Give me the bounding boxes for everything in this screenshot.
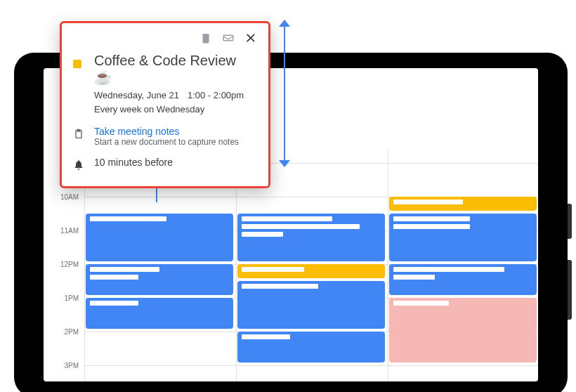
calendar-event[interactable] (237, 281, 385, 329)
resize-indicator-arrow (277, 20, 292, 167)
time-axis: 9AM 10AM 11AM 12PM 1PM 2PM 3PM (44, 163, 84, 381)
event-recurrence: Every week on Wednesday (94, 103, 257, 117)
calendar-grid[interactable]: 9AM 10AM 11AM 12PM 1PM 2PM 3PM (44, 163, 538, 381)
time-label: 3PM (64, 362, 79, 370)
event-datetime: Wednesday, June 211:00 - 2:00pm (94, 89, 257, 103)
event-title: Coffee & Code Review ☕ (94, 53, 257, 86)
calendar-event[interactable] (86, 298, 233, 329)
calendar-event[interactable] (389, 214, 537, 261)
event-details-popup: Coffee & Code Review ☕ Wednesday, June 2… (60, 21, 270, 188)
time-label: 11AM (60, 227, 79, 235)
time-label: 10AM (60, 193, 79, 201)
calendar-event[interactable] (389, 197, 537, 211)
grid-lines (84, 163, 538, 381)
calendar-event[interactable] (86, 214, 233, 261)
bell-icon (73, 159, 84, 171)
reminder-text: 10 minutes before (94, 157, 173, 168)
tablet-hw-button-1 (568, 204, 572, 239)
time-label: 2PM (64, 328, 79, 336)
calendar-event[interactable] (86, 264, 233, 295)
email-icon[interactable] (222, 32, 235, 47)
calendar-event[interactable] (237, 332, 385, 362)
clipboard-icon (73, 129, 84, 140)
event-color-swatch (73, 60, 81, 68)
delete-icon[interactable] (199, 32, 212, 47)
calendar-event[interactable] (237, 214, 385, 261)
take-notes-link[interactable]: Take meeting notes (94, 126, 239, 137)
calendar-event[interactable] (389, 264, 537, 295)
calendar-event[interactable] (237, 264, 385, 278)
take-notes-subtitle: Start a new document to capture notes (94, 137, 239, 147)
time-label: 1PM (64, 294, 79, 302)
tablet-hw-button-2 (568, 260, 572, 320)
close-icon[interactable] (244, 32, 257, 47)
calendar-event[interactable] (389, 298, 537, 362)
time-label: 12PM (60, 261, 79, 268)
